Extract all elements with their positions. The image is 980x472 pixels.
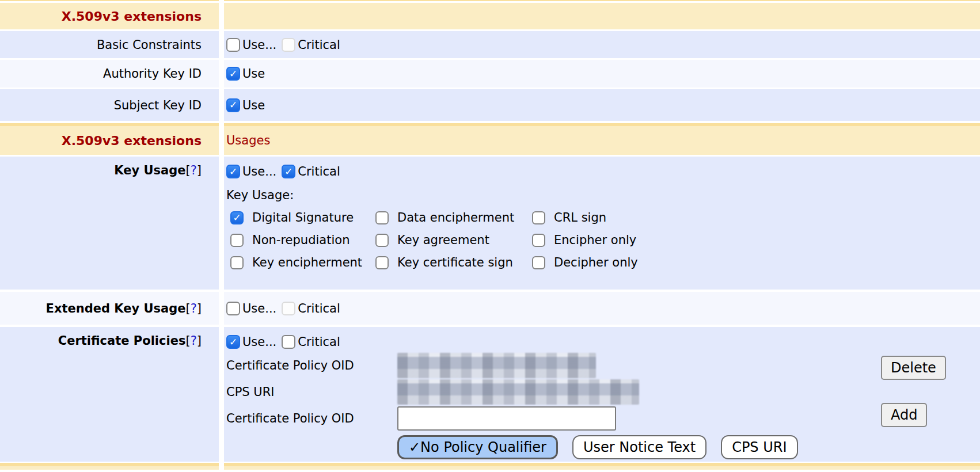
key-usage-help-link[interactable]: ? [191,163,197,177]
critical-label: Critical [298,335,340,349]
cps-uri-button[interactable]: CPS URI [721,435,797,459]
option-label: Key certificate sign [397,256,513,269]
digital-signature-checkbox[interactable] [230,211,244,224]
subject-key-id-use-checkbox[interactable] [226,98,240,112]
row-subject-key-id: Subject Key ID Use [0,89,980,121]
section-header-x509v3-extensions-1: X.509v3 extensions [0,3,980,29]
row-key-usage: Key Usage[?] Use... Critical Key Usage: … [0,157,980,290]
authority-key-id-use-checkbox[interactable] [226,67,240,81]
basic-constraints-use-checkbox[interactable] [226,38,240,52]
certificate-policy-oid-input[interactable] [397,406,616,431]
certificate-policy-oid-row: Certificate Policy OID [226,352,980,379]
no-policy-qualifier-button[interactable]: ✓No Policy Qualifier [397,435,558,459]
row-label-extended-key-usage: Extended Key Usage[?] [46,302,202,315]
extended-key-usage-help-link[interactable]: ? [191,302,197,315]
key-usage-use-checkbox[interactable] [226,165,240,178]
basic-constraints-critical-checkbox[interactable] [282,38,295,52]
new-certificate-policy-oid-row: Certificate Policy OID [226,405,980,432]
row-extended-key-usage: Extended Key Usage[?] Use... Critical [0,292,980,325]
use-label: Use [242,98,265,112]
row-basic-constraints: Basic Constraints Use... Critical [0,31,980,58]
key-usage-grid-row: Non-repudiation Key agreement Encipher o… [230,233,980,247]
extended-key-usage-use-checkbox[interactable] [226,302,240,315]
option-label: Encipher only [554,233,636,247]
row-authority-key-id: Authority Key ID Use [0,60,980,87]
key-usage-grid-row: Digital Signature Data encipherment CRL … [230,211,980,224]
option-label: Key encipherment [252,256,362,269]
section-subtitle-usages: Usages [224,126,980,155]
data-encipherment-checkbox[interactable] [375,211,389,224]
next-section-header-partial [0,466,980,470]
certificate-policy-oid-label: Certificate Policy OID [226,359,397,372]
option-label: Non-repudiation [252,233,350,247]
key-usage-grid-row: Key encipherment Key certificate sign De… [230,256,980,269]
certificate-extensions-form: X.509v3 extensions Basic Constraints Use… [0,0,980,472]
new-certificate-policy-oid-label: Certificate Policy OID [226,412,397,425]
key-usage-critical-checkbox[interactable] [282,165,295,178]
critical-label: Critical [298,38,340,52]
option-label: CRL sign [554,211,606,224]
section-header-x509v3-extensions-2: X.509v3 extensions Usages [0,126,980,155]
policy-qualifier-buttons: ✓No Policy Qualifier User Notice Text CP… [397,435,980,459]
use-label: Use... [242,335,276,349]
option-label: Decipher only [554,256,638,269]
row-label-authority-key-id: Authority Key ID [103,67,202,81]
section-subtitle [224,3,980,29]
critical-label: Critical [298,302,340,315]
key-usage-group-label: Key Usage: [226,188,980,202]
row-label-certificate-policies: Certificate Policies[?] [58,334,202,348]
decipher-only-checkbox[interactable] [532,256,545,269]
key-agreement-checkbox[interactable] [375,234,389,247]
critical-label: Critical [298,165,340,178]
row-label-subject-key-id: Subject Key ID [114,98,202,112]
certificate-policies-help-link[interactable]: ? [191,334,197,348]
certificate-policies-critical-checkbox[interactable] [282,335,295,349]
certificate-policies-use-checkbox[interactable] [226,335,240,349]
encipher-only-checkbox[interactable] [532,234,545,247]
use-label: Use... [242,302,276,315]
cps-uri-row: CPS URI [226,379,980,405]
key-encipherment-checkbox[interactable] [230,256,244,269]
non-repudiation-checkbox[interactable] [230,234,244,247]
use-label: Use... [242,165,276,178]
option-label: Digital Signature [252,211,354,224]
extended-key-usage-critical-checkbox[interactable] [282,302,295,315]
row-label-basic-constraints: Basic Constraints [97,38,202,52]
crl-sign-checkbox[interactable] [532,211,545,224]
row-label-key-usage: Key Usage[?] [114,163,202,177]
option-label: Data encipherment [397,211,514,224]
cps-uri-label: CPS URI [226,385,397,399]
add-button[interactable]: Add [881,403,927,427]
redacted-cps-uri-value [397,379,639,405]
section-title: X.509v3 extensions [0,126,219,155]
option-label: Key agreement [397,233,489,247]
user-notice-text-button[interactable]: User Notice Text [572,435,706,459]
key-certificate-sign-checkbox[interactable] [375,256,389,269]
delete-button[interactable]: Delete [881,356,946,380]
redacted-policy-oid-value [397,353,596,378]
use-label: Use... [242,38,276,52]
section-title: X.509v3 extensions [0,3,219,29]
use-label: Use [242,67,265,81]
row-certificate-policies: Certificate Policies[?] Use... Critical … [0,327,980,462]
